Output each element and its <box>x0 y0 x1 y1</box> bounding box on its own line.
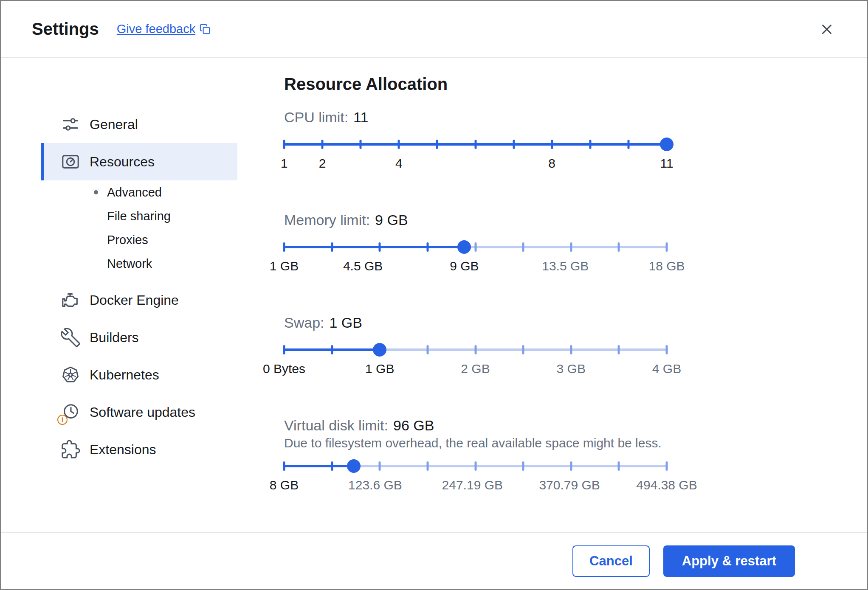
swap-tick-label: 3 GB <box>557 362 586 376</box>
settings-window: Settings Give feedback <box>0 0 868 590</box>
page-title: Settings <box>32 20 99 39</box>
swap-slider-tick <box>426 345 428 354</box>
memory-slider-tick <box>666 242 668 252</box>
swap-slider-handle[interactable] <box>373 343 386 357</box>
cpu-limit-value: 11 <box>353 108 368 126</box>
virtual-disk-slider-tick <box>570 461 572 471</box>
swap-label: Swap: <box>284 313 324 332</box>
memory-tick-label: 1 GB <box>270 259 299 273</box>
wrench-icon <box>61 328 80 347</box>
sidebar-item-label: Builders <box>90 330 139 346</box>
sidebar-subitem-label: Advanced <box>107 185 162 199</box>
tune-icon <box>61 115 80 134</box>
virtual-disk-slider: 8 GB123.6 GB247.19 GB370.79 GB494.38 GB <box>284 459 667 496</box>
memory-slider: 1 GB4.5 GB9 GB13.5 GB18 GB <box>284 240 667 277</box>
inactive-dot <box>94 214 98 218</box>
memory-limit-group: Memory limit: 9 GB 1 GB4.5 GB9 GB13.5 GB… <box>284 211 667 277</box>
swap-slider-tick <box>331 345 333 354</box>
close-icon <box>819 21 835 37</box>
swap-tick-label: 4 GB <box>652 362 681 376</box>
memory-slider-tick <box>379 242 381 252</box>
sidebar-item-kubernetes[interactable]: Kubernetes <box>41 356 237 393</box>
sidebar-subitem-label: File sharing <box>107 209 171 223</box>
cpu-slider-tick <box>360 140 362 149</box>
swap-value: 1 GB <box>330 313 362 332</box>
virtual-disk-slider-tick <box>283 461 285 471</box>
close-button[interactable] <box>816 19 837 40</box>
cpu-slider: 124811 <box>284 138 667 174</box>
virtual-disk-tick-label: 370.79 GB <box>539 478 600 492</box>
virtual-disk-slider-track[interactable] <box>284 465 667 467</box>
memory-tick-label: 18 GB <box>648 259 685 273</box>
memory-slider-tick <box>474 242 476 252</box>
cpu-tick-label: 11 <box>660 156 673 171</box>
virtual-disk-limit-label: Virtual disk limit: <box>284 416 388 435</box>
inactive-dot <box>94 238 98 242</box>
cpu-slider-tick <box>436 140 438 149</box>
virtual-disk-slider-fill <box>284 465 354 467</box>
memory-slider-tick <box>426 242 428 252</box>
sidebar-subitem-network[interactable]: Network <box>41 252 237 275</box>
cpu-slider-handle[interactable] <box>660 138 674 151</box>
swap-slider-tick <box>570 345 572 354</box>
swap-slider: 0 Bytes1 GB2 GB3 GB4 GB <box>284 343 667 379</box>
virtual-disk-limit-value: 96 GB <box>393 416 434 435</box>
engine-icon <box>61 290 80 310</box>
virtual-disk-tick-label: 8 GB <box>270 478 299 492</box>
cpu-slider-tick <box>551 140 553 149</box>
memory-slider-tick <box>331 242 333 252</box>
inactive-dot <box>94 261 98 266</box>
memory-tick-label: 13.5 GB <box>542 259 589 273</box>
sidebar: General Resources Advanced <box>1 58 237 532</box>
memory-slider-track[interactable] <box>284 246 667 248</box>
swap-tick-label: 2 GB <box>461 362 490 376</box>
cpu-slider-tick <box>398 140 400 149</box>
cpu-slider-tick <box>321 140 324 149</box>
swap-tick-label: 0 Bytes <box>263 362 305 376</box>
sidebar-item-docker-engine[interactable]: Docker Engine <box>41 281 237 319</box>
cpu-tick-labels: 124811 <box>284 156 667 174</box>
swap-slider-tick <box>666 345 668 354</box>
sidebar-item-label: Software updates <box>90 405 195 420</box>
sidebar-item-label: Extensions <box>90 442 156 458</box>
resources-subsections: Advanced File sharing Proxies Network <box>41 180 237 275</box>
sidebar-item-software-updates[interactable]: i Software updates <box>41 393 237 431</box>
sidebar-item-label: Docker Engine <box>90 292 179 308</box>
virtual-disk-tick-label: 247.19 GB <box>442 478 503 492</box>
cpu-slider-track[interactable] <box>284 143 667 146</box>
cpu-limit-title: CPU limit: 11 <box>284 108 667 126</box>
clock-update-icon: i <box>61 402 80 422</box>
sidebar-item-extensions[interactable]: Extensions <box>41 431 237 468</box>
virtual-disk-note: Due to filesystem overhead, the real ava… <box>284 435 667 452</box>
sidebar-item-general[interactable]: General <box>41 106 237 143</box>
sidebar-item-resources[interactable]: Resources <box>41 143 237 180</box>
memory-slider-handle[interactable] <box>457 240 471 254</box>
cpu-tick-label: 4 <box>395 156 403 171</box>
sidebar-item-builders[interactable]: Builders <box>41 319 237 356</box>
header: Settings Give feedback <box>1 1 867 58</box>
virtual-disk-slider-handle[interactable] <box>347 459 361 473</box>
swap-slider-tick <box>283 345 285 354</box>
cpu-slider-tick <box>589 140 591 149</box>
sidebar-subitem-file-sharing[interactable]: File sharing <box>41 204 237 228</box>
virtual-disk-limit-title: Virtual disk limit: 96 GB <box>284 416 667 435</box>
main-content: Resource Allocation CPU limit: 11 124811… <box>237 58 867 532</box>
memory-tick-labels: 1 GB4.5 GB9 GB13.5 GB18 GB <box>284 259 667 277</box>
sidebar-subitem-proxies[interactable]: Proxies <box>41 228 237 252</box>
memory-tick-label: 4.5 GB <box>343 259 383 273</box>
cancel-button[interactable]: Cancel <box>572 545 650 577</box>
swap-slider-track[interactable] <box>284 348 667 351</box>
virtual-disk-tick-labels: 8 GB123.6 GB247.19 GB370.79 GB494.38 GB <box>284 478 667 496</box>
swap-title: Swap: 1 GB <box>284 313 667 332</box>
swap-tick-label: 1 GB <box>365 362 394 376</box>
swap-tick-labels: 0 Bytes1 GB2 GB3 GB4 GB <box>284 362 667 379</box>
swap-slider-tick <box>522 345 524 354</box>
memory-slider-tick <box>283 242 285 252</box>
sidebar-item-label: Kubernetes <box>90 367 159 383</box>
feedback-link-label: Give feedback <box>117 22 195 36</box>
sidebar-subitem-advanced[interactable]: Advanced <box>41 180 237 204</box>
memory-limit-label: Memory limit: <box>284 211 370 229</box>
virtual-disk-limit-group: Virtual disk limit: 96 GB Due to filesys… <box>284 416 667 496</box>
apply-restart-button[interactable]: Apply & restart <box>663 545 795 577</box>
feedback-link[interactable]: Give feedback <box>117 22 211 36</box>
